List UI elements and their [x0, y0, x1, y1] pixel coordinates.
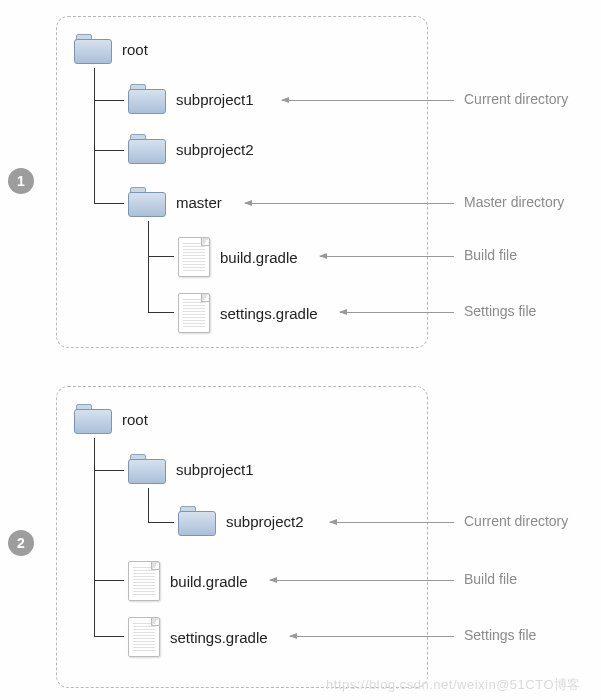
folder-icon — [74, 404, 112, 434]
tree-node-sub2-1: subproject2 — [128, 134, 254, 164]
tree-label: root — [122, 411, 148, 428]
diagram-badge-2: 2 — [8, 530, 34, 556]
connector — [94, 100, 124, 101]
annotation-arrow — [340, 312, 454, 313]
tree-node-build-2: build.gradle — [128, 561, 248, 601]
folder-icon — [74, 34, 112, 64]
folder-icon — [128, 134, 166, 164]
folder-icon — [128, 84, 166, 114]
annotation-arrow — [270, 580, 454, 581]
folder-icon — [128, 454, 166, 484]
tree-node-sub2-2: subproject2 — [178, 506, 304, 536]
file-icon — [128, 617, 160, 657]
tree-node-master-1: master — [128, 187, 222, 217]
connector — [94, 580, 124, 581]
tree-node-sub1-1: subproject1 — [128, 84, 254, 114]
tree-node-root-1: root — [74, 34, 148, 64]
annotation-label: Settings file — [464, 627, 536, 643]
connector — [94, 203, 124, 204]
file-icon — [178, 237, 210, 277]
connector — [148, 256, 174, 257]
folder-icon — [178, 506, 216, 536]
connector — [148, 522, 174, 523]
folder-icon — [128, 187, 166, 217]
tree-label: build.gradle — [220, 249, 298, 266]
tree-label: subproject2 — [226, 513, 304, 530]
file-icon — [178, 293, 210, 333]
tree-label: subproject1 — [176, 461, 254, 478]
annotation-label: Build file — [464, 571, 517, 587]
annotation-label: Settings file — [464, 303, 536, 319]
connector — [94, 68, 95, 203]
tree-label: settings.gradle — [170, 629, 268, 646]
tree-label: root — [122, 41, 148, 58]
annotation-arrow — [320, 256, 454, 257]
connector — [148, 221, 149, 312]
annotation-label: Current directory — [464, 91, 568, 107]
tree-label: subproject1 — [176, 91, 254, 108]
tree-label: build.gradle — [170, 573, 248, 590]
connector — [94, 150, 124, 151]
tree-node-settings-1: settings.gradle — [178, 293, 318, 333]
annotation-arrow — [245, 203, 454, 204]
tree-node-settings-2: settings.gradle — [128, 617, 268, 657]
annotation-arrow — [330, 522, 454, 523]
watermark-text: https://blog.csdn.net/weixin@51CTO博客 — [326, 676, 581, 694]
tree-label: settings.gradle — [220, 305, 318, 322]
annotation-label: Build file — [464, 247, 517, 263]
annotation-arrow — [282, 100, 454, 101]
connector — [148, 312, 174, 313]
tree-node-root-2: root — [74, 404, 148, 434]
tree-node-sub1-2: subproject1 — [128, 454, 254, 484]
connector — [94, 470, 124, 471]
annotation-label: Master directory — [464, 194, 564, 210]
tree-label: master — [176, 194, 222, 211]
connector — [94, 636, 124, 637]
annotation-label: Current directory — [464, 513, 568, 529]
annotation-arrow — [290, 636, 454, 637]
connector — [148, 488, 149, 522]
file-icon — [128, 561, 160, 601]
diagram-badge-1: 1 — [8, 168, 34, 194]
tree-node-build-1: build.gradle — [178, 237, 298, 277]
tree-label: subproject2 — [176, 141, 254, 158]
connector — [94, 438, 95, 636]
